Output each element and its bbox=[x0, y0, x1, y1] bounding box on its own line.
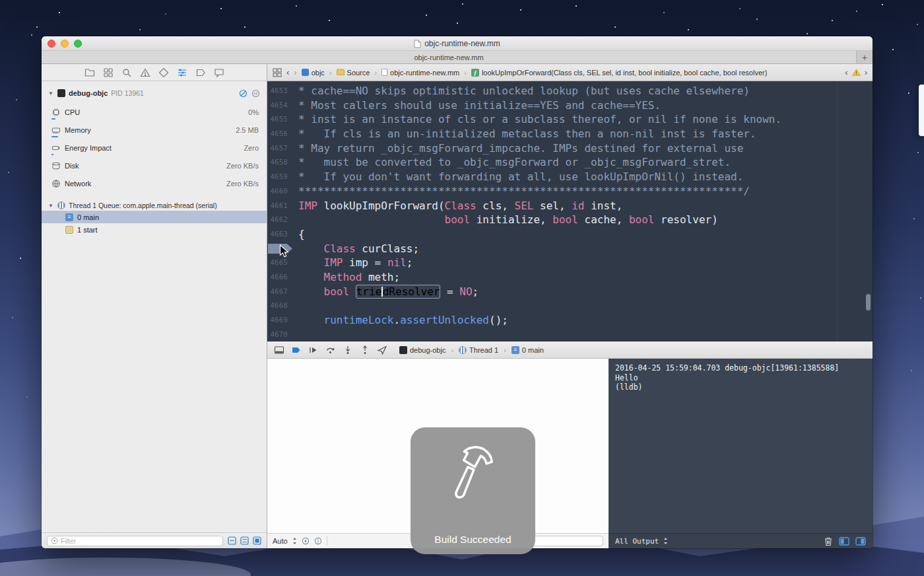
breadcrumb-function[interactable]: flookUpImpOrForward(Class cls, SEL sel, … bbox=[462, 69, 767, 77]
gauge-row-disk[interactable]: Disk Zero KB/s bbox=[42, 157, 267, 174]
stack-frame-start[interactable]: 1 start bbox=[42, 223, 267, 236]
code-line: Class curClass; bbox=[267, 242, 873, 256]
breakpoint-navigator-icon[interactable] bbox=[195, 67, 206, 78]
console-output-pane[interactable]: 2016-04-25 15:59:04.703 debug-objc[13961… bbox=[609, 359, 873, 548]
filter-list-icon[interactable] bbox=[240, 536, 249, 545]
gauge-label: Energy Impact bbox=[65, 144, 112, 152]
issue-navigator-icon[interactable] bbox=[140, 67, 150, 78]
code-line: 4670 bbox=[267, 328, 873, 342]
related-items-icon[interactable] bbox=[273, 68, 282, 77]
output-scope-label[interactable]: All Output bbox=[615, 537, 659, 546]
debug-breadcrumb: debug-objc Thread 1 ≡0 main bbox=[399, 346, 544, 354]
info-icon[interactable] bbox=[314, 537, 322, 545]
line-number-gutter[interactable]: 4659 bbox=[267, 170, 294, 184]
line-number-gutter[interactable]: 4663 bbox=[267, 227, 294, 242]
line-number-gutter[interactable]: 4655 bbox=[267, 112, 294, 127]
gauge-row-energy[interactable]: Energy Impact Zero bbox=[42, 139, 267, 157]
variables-scope-label[interactable]: Auto bbox=[273, 537, 288, 545]
step-into-icon[interactable] bbox=[343, 345, 353, 355]
stack-frame-main[interactable]: ≡ 0 main bbox=[42, 211, 267, 223]
breadcrumb-project[interactable]: objc bbox=[302, 69, 325, 77]
page-guide bbox=[837, 81, 838, 342]
show-console-pane-icon[interactable] bbox=[855, 537, 866, 546]
filter-flag-icon[interactable] bbox=[228, 536, 236, 545]
project-navigator-icon[interactable] bbox=[84, 67, 95, 78]
trash-icon[interactable] bbox=[824, 536, 833, 546]
gauge-label: Memory bbox=[65, 126, 91, 134]
line-number-gutter[interactable]: 4662 bbox=[267, 213, 294, 227]
console-output[interactable]: 2016-04-25 15:59:04.703 debug-objc[13961… bbox=[609, 359, 873, 397]
debug-breadcrumb-thread[interactable]: Thread 1 bbox=[448, 346, 498, 354]
zoom-window-button[interactable] bbox=[74, 40, 82, 48]
process-row[interactable]: ▼ debug-objc PID 13961 bbox=[42, 87, 267, 99]
popup-chevrons-icon[interactable] bbox=[663, 537, 668, 545]
debug-breadcrumb-frame[interactable]: ≡0 main bbox=[501, 346, 544, 354]
popup-chevrons-icon[interactable] bbox=[292, 537, 297, 545]
breadcrumb-group[interactable]: Source bbox=[327, 69, 370, 77]
line-number-gutter[interactable]: 4670 bbox=[267, 328, 294, 342]
title-bar[interactable]: objc-runtime-new.mm bbox=[42, 36, 873, 51]
new-tab-button[interactable]: + bbox=[857, 51, 873, 63]
pause-process-icon[interactable] bbox=[251, 89, 260, 98]
gauge-label: Disk bbox=[65, 162, 79, 170]
line-number-gutter[interactable]: 4657 bbox=[267, 141, 294, 156]
app-icon bbox=[57, 89, 65, 97]
gauge-toggle-icon[interactable] bbox=[239, 89, 248, 98]
report-navigator-icon[interactable] bbox=[214, 67, 224, 78]
disclosure-triangle-icon[interactable]: ▼ bbox=[48, 90, 54, 96]
code-line: 4656* If cls is an un-initialized metacl… bbox=[267, 127, 873, 141]
thread-row[interactable]: ▼ Thread 1 Queue: com.apple.main-thread … bbox=[42, 200, 267, 211]
line-number-gutter[interactable]: 4660 bbox=[267, 184, 294, 199]
app-icon bbox=[399, 346, 407, 354]
line-number-gutter[interactable]: 4661 bbox=[267, 199, 294, 213]
breakpoints-activate-icon[interactable] bbox=[291, 345, 302, 355]
navigator-filter-bar bbox=[42, 532, 267, 548]
code-line: 4668 bbox=[267, 299, 873, 313]
line-number-gutter[interactable]: 4669 bbox=[267, 313, 294, 328]
line-number-gutter[interactable]: 4668 bbox=[267, 299, 294, 313]
continue-icon[interactable] bbox=[308, 345, 319, 355]
eye-icon[interactable] bbox=[302, 537, 310, 545]
code-text: IMP lookUpImpOrForward(Class cls, SEL se… bbox=[294, 199, 622, 213]
test-navigator-icon[interactable] bbox=[158, 67, 169, 78]
line-number-gutter[interactable]: 4667 bbox=[267, 285, 294, 299]
close-window-button[interactable] bbox=[48, 40, 55, 48]
scrollbar-thumb[interactable] bbox=[866, 294, 871, 310]
disclosure-triangle-icon[interactable]: ▼ bbox=[48, 203, 54, 209]
code-lines: 4653* cache==NO skips optimistic unlocke… bbox=[267, 81, 873, 342]
gauge-row-network[interactable]: Network Zero KB/s bbox=[42, 174, 267, 192]
code-text: * May return _objc_msgForward_impcache. … bbox=[294, 141, 743, 156]
next-issue-button[interactable]: › bbox=[865, 68, 867, 77]
debug-breadcrumb-process[interactable]: debug-objc bbox=[399, 346, 446, 354]
step-over-icon[interactable] bbox=[325, 345, 336, 355]
warning-icon[interactable] bbox=[852, 69, 861, 76]
show-variables-pane-icon[interactable] bbox=[839, 537, 849, 546]
toggle-debug-area-icon[interactable] bbox=[274, 345, 284, 355]
navigator-filter-input[interactable] bbox=[61, 537, 219, 545]
editor-tab[interactable]: objc-runtime-new.mm bbox=[42, 51, 857, 63]
breadcrumb-file[interactable]: objc-runtime-new.mm bbox=[372, 69, 459, 77]
filter-square-icon[interactable] bbox=[253, 536, 261, 545]
symbol-navigator-icon[interactable] bbox=[103, 67, 114, 78]
back-button[interactable]: ‹ bbox=[286, 68, 289, 77]
step-out-icon[interactable] bbox=[360, 345, 370, 355]
breadcrumb: objc Source objc-runtime-new.mm flookUpI… bbox=[302, 69, 768, 77]
line-number-gutter[interactable]: 4654 bbox=[267, 98, 294, 113]
line-number-gutter[interactable]: 4653 bbox=[267, 84, 294, 98]
location-icon[interactable] bbox=[377, 345, 387, 355]
gauge-row-cpu[interactable]: CPU 0% bbox=[42, 103, 267, 121]
code-editor[interactable]: 4653* cache==NO skips optimistic unlocke… bbox=[267, 81, 873, 342]
debug-area: Build Succeeded Auto 2016-04-25 15:59:04… bbox=[267, 359, 873, 548]
background-window-edge[interactable] bbox=[919, 85, 924, 136]
previous-issue-button[interactable]: ‹ bbox=[845, 68, 847, 77]
find-navigator-icon[interactable] bbox=[121, 67, 132, 78]
gauge-mini-bar bbox=[51, 136, 58, 137]
line-number-gutter[interactable]: 4666 bbox=[267, 270, 294, 285]
minimize-window-button[interactable] bbox=[61, 40, 69, 48]
forward-button[interactable]: › bbox=[294, 68, 296, 77]
gauge-row-memory[interactable]: Memory 2.5 MB bbox=[42, 121, 267, 139]
debug-navigator-icon[interactable] bbox=[177, 67, 187, 78]
line-number-gutter[interactable]: 4656 bbox=[267, 127, 294, 141]
line-number-gutter[interactable]: 4658 bbox=[267, 155, 294, 170]
navigator-filter-field[interactable] bbox=[47, 536, 223, 546]
